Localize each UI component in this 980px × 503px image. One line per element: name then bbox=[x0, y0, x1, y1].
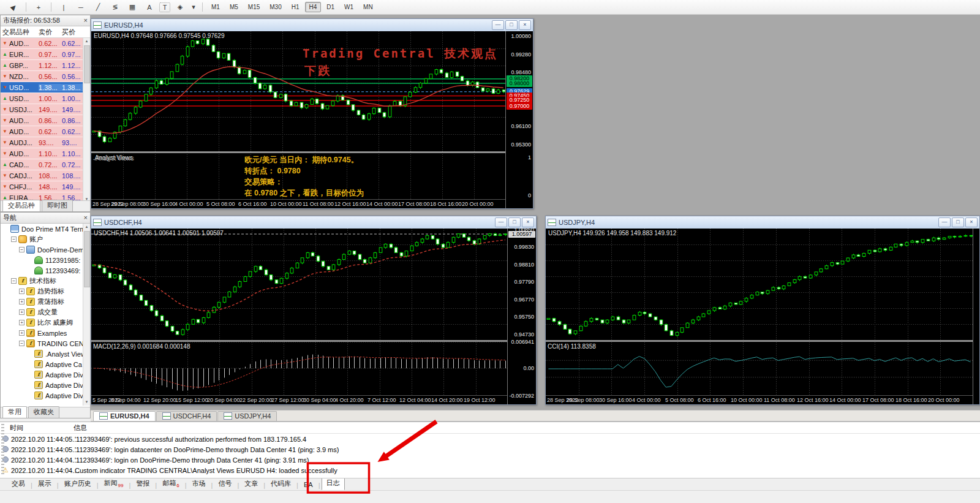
minimize-button-icon[interactable]: — bbox=[492, 20, 504, 30]
journal-row[interactable]: ⚠2022.10.20 11:44:04....Custom indicator… bbox=[0, 465, 980, 475]
market-watch-row[interactable]: ▲EUR...0.97...0.97... bbox=[1, 49, 90, 60]
timeframe-button-h4[interactable]: H4 bbox=[305, 2, 322, 12]
maximize-button-icon[interactable]: □ bbox=[505, 20, 518, 30]
navigator-item[interactable]: +Adaptive Ca bbox=[1, 359, 90, 369]
market-watch-row[interactable]: ▼USDJ...149....149.... bbox=[1, 104, 90, 115]
timeframe-button-m15[interactable]: M15 bbox=[244, 2, 264, 12]
journal-row[interactable]: 2022.10.20 11:44:04....'112393469': logi… bbox=[0, 455, 980, 465]
terminal-tab-信号[interactable]: 信号 bbox=[214, 478, 236, 490]
tree-plus-icon[interactable]: + bbox=[19, 299, 24, 304]
tree-minus-icon[interactable]: − bbox=[11, 278, 17, 284]
terminal-tab-日志[interactable]: 日志 bbox=[322, 478, 345, 490]
tree-minus-icon[interactable]: − bbox=[11, 236, 17, 242]
market-watch-row[interactable]: ▼CHFJ...148....149.... bbox=[1, 181, 90, 192]
market-watch-row[interactable]: ▼AUD...0.86...0.86... bbox=[1, 115, 90, 126]
navigator-item[interactable]: +.Analyst View bbox=[1, 349, 90, 359]
timeframe-button-h1[interactable]: H1 bbox=[287, 2, 304, 12]
minimize-button-icon[interactable]: — bbox=[495, 217, 507, 227]
market-watch-row[interactable]: ▲CAD...0.72...0.72... bbox=[1, 159, 90, 170]
navigator-item[interactable]: −技术指标 bbox=[1, 276, 90, 286]
window-titlebar[interactable]: USDCHF,H4—□× bbox=[91, 216, 536, 229]
market-watch-col-0[interactable]: 交易品种 bbox=[1, 28, 39, 37]
price-scale[interactable]: 1.008500.998300.988100.977900.967700.957… bbox=[507, 229, 536, 404]
market-watch-col-1[interactable]: 卖价 bbox=[39, 28, 62, 37]
terminal-tab-新闻[interactable]: 新闻99 bbox=[100, 478, 128, 490]
tree-plus-icon[interactable]: + bbox=[19, 309, 24, 315]
market-watch-tab-交易品种[interactable]: 交易品种 bbox=[2, 200, 40, 211]
close-icon[interactable]: × bbox=[84, 214, 88, 221]
close-button-icon[interactable]: × bbox=[519, 20, 531, 30]
tree-minus-icon[interactable]: − bbox=[19, 247, 24, 252]
timeframe-button-w1[interactable]: W1 bbox=[340, 2, 358, 12]
timeframe-button-mn[interactable]: MN bbox=[359, 2, 377, 12]
scroll-up-icon[interactable]: ▲ bbox=[83, 224, 90, 230]
market-watch-row[interactable]: ▼USD...1.38...1.38... bbox=[1, 82, 90, 93]
price-scale[interactable]: 1.000800.992800.984800.961000.953000.982… bbox=[505, 31, 533, 208]
chart-body-eurusd[interactable]: EURUSD,H4 0.97648 0.97666 0.97545 0.9762… bbox=[91, 31, 533, 208]
navigator-item[interactable]: +Examples bbox=[1, 328, 90, 338]
close-button-icon[interactable]: × bbox=[965, 217, 978, 227]
scroll-down-icon[interactable]: ▼ bbox=[83, 399, 90, 406]
trendline-icon[interactable]: ╱ bbox=[91, 1, 105, 13]
timeframe-button-m5[interactable]: M5 bbox=[225, 2, 243, 12]
tree-minus-icon[interactable]: − bbox=[19, 341, 24, 346]
navigator-item[interactable]: +Adaptive Div bbox=[1, 380, 90, 390]
scrollbar-thumb[interactable] bbox=[84, 45, 90, 83]
navigator-item[interactable]: +比尔 威廉姆 bbox=[1, 317, 90, 328]
timeframe-button-d1[interactable]: D1 bbox=[322, 2, 339, 12]
text-icon[interactable]: A bbox=[142, 1, 157, 13]
arrow-shapes-icon[interactable]: ◈ bbox=[173, 1, 187, 13]
tree-plus-icon[interactable]: + bbox=[19, 289, 24, 294]
timeframe-button-m1[interactable]: M1 bbox=[207, 2, 224, 12]
price-scale[interactable] bbox=[973, 229, 979, 404]
market-watch-row[interactable]: ▼AUD...1.10...1.10... bbox=[1, 148, 90, 159]
navigator-item[interactable]: +Doo Prime MT4 Termir bbox=[1, 224, 90, 234]
close-icon[interactable]: × bbox=[84, 17, 88, 24]
cycle-grid-icon[interactable]: ▦ bbox=[125, 1, 140, 13]
navigator-scrollbar[interactable]: ▲▼ bbox=[83, 224, 90, 406]
terminal-tab-警报[interactable]: 警报 bbox=[132, 478, 154, 490]
terminal-tab-代码库[interactable]: 代码库 bbox=[266, 478, 295, 490]
market-watch-row[interactable]: ▼AUDJ...93....93.... bbox=[1, 137, 90, 148]
market-watch-scrollbar[interactable]: ▲▼ bbox=[83, 38, 90, 203]
chart-tab-USDCHFH4[interactable]: USDCHF,H4 bbox=[156, 411, 217, 421]
terminal-tab-交易[interactable]: 交易 bbox=[7, 478, 29, 490]
navigator-item[interactable]: +趋势指标 bbox=[1, 286, 90, 297]
minimize-button-icon[interactable]: — bbox=[938, 217, 951, 227]
navigator-item[interactable]: +成交量 bbox=[1, 307, 90, 317]
navigator-item[interactable]: +震荡指标 bbox=[1, 297, 90, 307]
tree-plus-icon[interactable]: + bbox=[19, 320, 24, 325]
navigator-item[interactable]: −账户 bbox=[1, 234, 90, 244]
market-watch-tab-即时图[interactable]: 即时图 bbox=[42, 200, 73, 211]
navigator-item[interactable]: +112393469: bbox=[1, 265, 90, 276]
navigator-item[interactable]: −TRADING CENT bbox=[1, 338, 90, 349]
chart-body-usdjpy[interactable]: USDJPY,H4 149.926 149.958 149.883 149.91… bbox=[546, 229, 979, 404]
scrollbar-thumb[interactable] bbox=[84, 231, 90, 287]
terminal-tab-账户历史[interactable]: 账户历史 bbox=[60, 478, 96, 490]
navigator-item[interactable]: +Adaptive Div bbox=[1, 390, 90, 401]
window-titlebar[interactable]: USDJPY,H4—□× bbox=[546, 216, 979, 229]
journal-row[interactable]: 2022.10.20 11:44:05....'112393469': logi… bbox=[0, 444, 980, 455]
market-watch-row[interactable]: ▼NZD...0.56...0.56... bbox=[1, 71, 90, 82]
terminal-tab-展示[interactable]: 展示 bbox=[34, 478, 56, 490]
horizontal-line-icon[interactable]: ─ bbox=[74, 1, 88, 13]
navigator-tab-常用[interactable]: 常用 bbox=[2, 406, 27, 418]
window-titlebar[interactable]: EURUSD,H4—□× bbox=[91, 19, 533, 31]
navigator-item[interactable]: +112391985: bbox=[1, 255, 90, 265]
navigator-item[interactable]: −DooPrime-Dem bbox=[1, 244, 90, 255]
market-watch-row[interactable]: ▼AUD...0.62...0.62... bbox=[1, 38, 90, 49]
terminal-tab-邮箱[interactable]: 邮箱6 bbox=[158, 478, 183, 490]
fibonacci-icon[interactable]: ≶ bbox=[108, 1, 123, 13]
chart-tab-USDJPYH4[interactable]: USDJPY,H4 bbox=[217, 411, 277, 421]
tree-plus-icon[interactable]: + bbox=[19, 330, 24, 336]
market-watch-row[interactable]: ▲GBP...1.12...1.12... bbox=[1, 60, 90, 71]
text-label-icon[interactable]: T bbox=[159, 2, 170, 12]
terminal-tab-EA[interactable]: EA bbox=[300, 480, 317, 490]
dropdown-arrow-icon[interactable]: ▾ bbox=[190, 1, 197, 13]
close-button-icon[interactable]: × bbox=[522, 217, 534, 227]
journal-row[interactable]: 2022.10.20 11:44:05....'112393469': prev… bbox=[0, 434, 980, 444]
vertical-line-icon[interactable]: | bbox=[56, 1, 71, 13]
chart-tab-EURUSDH4[interactable]: EURUSD,H4 bbox=[93, 411, 156, 421]
market-watch-row[interactable]: ▼AUD...0.62...0.62... bbox=[1, 126, 90, 137]
maximize-button-icon[interactable]: □ bbox=[952, 217, 964, 227]
